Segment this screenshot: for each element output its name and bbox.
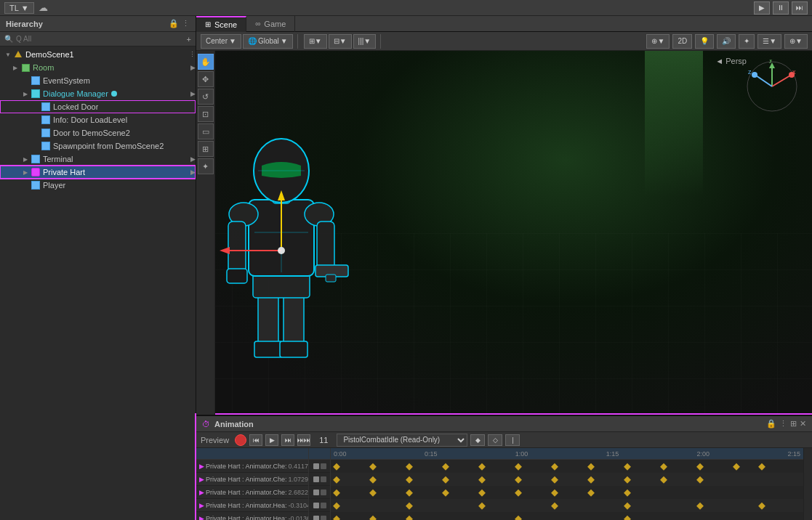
label-player: Player: [43, 181, 65, 190]
kf-dot-3b[interactable]: [321, 503, 326, 508]
hierarchy-item-player[interactable]: Player: [0, 179, 196, 192]
transform-tool[interactable]: ⊞: [198, 141, 214, 157]
add-keyframe-button[interactable]: ◆: [470, 434, 485, 446]
play-anim-button[interactable]: ▶: [265, 434, 278, 446]
tab-game[interactable]: ∞ Game: [246, 16, 295, 32]
tab-bar: ⊞ Scene ∞ Game: [196, 16, 812, 32]
hierarchy-content: ▼ DemoScene1 ⋮ ▶ Room ▶: [0, 46, 196, 520]
cloud-icon: ☁: [39, 2, 48, 13]
demoscene1-menu[interactable]: ⋮: [189, 51, 196, 58]
animation-panel: ⏱ Animation 🔒 ⋮ ⊞ ✕ Preview ⏮ ▶ ⏭ ⏭⏭ 11: [196, 415, 812, 520]
tab-scene[interactable]: ⊞ Scene: [196, 16, 246, 32]
icon-demoscene1: [13, 49, 23, 60]
center-button[interactable]: Center ▼: [201, 34, 241, 49]
rect-tool[interactable]: ▭: [198, 123, 214, 139]
marker-5: 2:15: [787, 450, 800, 458]
add-icon[interactable]: +: [187, 35, 191, 44]
track-label-2: ▶: [199, 489, 204, 496]
scene-tab-icon: ⊞: [205, 20, 211, 28]
anim-lock-icon[interactable]: 🔒: [766, 419, 776, 428]
tl-dropdown[interactable]: TL ▼: [4, 2, 34, 14]
playback-controls: ▶ ⏸ ⏭: [754, 1, 808, 15]
track-row-0: ▶ Private Hart : Animator.Che: 0.41172: [196, 460, 308, 473]
dialogue-expand[interactable]: ▶: [190, 90, 196, 97]
move-tool[interactable]: ✥: [198, 71, 214, 87]
grid-settings-button[interactable]: ⊟▼: [329, 34, 352, 49]
global-button[interactable]: 🌐 Global ▼: [243, 34, 293, 49]
icon-spawnpoint: [41, 141, 51, 151]
add-event-button[interactable]: ◇: [488, 434, 502, 446]
gizmos-button[interactable]: ⊕▼: [646, 34, 670, 49]
2d-button[interactable]: 2D: [672, 34, 692, 49]
kf-row-3: [309, 499, 330, 512]
marker-1: 0:15: [425, 450, 438, 458]
hierarchy-item-spawnpoint[interactable]: Spawnpoint from DemoScene2: [0, 139, 196, 153]
grid-toggle-button[interactable]: |||▼: [353, 34, 377, 49]
track-row-4: ▶ Private Hart : Animator.Hea: -0.0136: [196, 512, 308, 520]
marker-3: 1:15: [606, 450, 619, 458]
rotate-tool[interactable]: ↺: [198, 89, 214, 105]
icon-info-door: [41, 115, 51, 125]
terminal-expand[interactable]: ▶: [190, 155, 196, 163]
anim-more-icon[interactable]: ⋮: [779, 419, 787, 428]
center-label: Center: [206, 37, 228, 45]
icon-room: [20, 62, 31, 73]
kf-dot-4[interactable]: [313, 516, 319, 521]
kf-dot-1b[interactable]: [321, 476, 326, 482]
anim-close-icon[interactable]: ✕: [800, 419, 806, 428]
kf-dot-3[interactable]: [313, 503, 319, 508]
scene-view-button[interactable]: ☰▼: [757, 34, 781, 49]
hierarchy-item-door-demoscene2[interactable]: Door to DemoScene2: [0, 126, 196, 139]
svg-rect-3: [254, 341, 282, 357]
room-expand[interactable]: ▶: [190, 64, 196, 71]
kf-dot-2[interactable]: [313, 489, 319, 495]
hierarchy-item-private-hart[interactable]: ▶ Private Hart ▶: [0, 166, 196, 179]
audio-button[interactable]: 🔊: [717, 34, 736, 49]
hierarchy-item-eventsystem[interactable]: EventSystem: [0, 74, 196, 87]
animation-clip-select[interactable]: PistolCombatIdle (Read-Only): [337, 434, 467, 447]
record-button[interactable]: [235, 434, 246, 446]
fx-button[interactable]: ✦: [739, 34, 755, 49]
scale-tool[interactable]: ⊡: [198, 106, 214, 122]
kf-dot-0[interactable]: [313, 463, 319, 469]
lighting-button[interactable]: 💡: [695, 34, 714, 49]
kf-dot-4b[interactable]: [321, 516, 326, 521]
anim-expand-icon[interactable]: ⊞: [790, 419, 797, 428]
hierarchy-item-room[interactable]: ▶ Room ▶: [0, 61, 196, 74]
hierarchy-item-demoscene1[interactable]: ▼ DemoScene1 ⋮: [0, 48, 196, 61]
aspect-button[interactable]: ⊕▼: [784, 34, 808, 49]
green-light-effect: [645, 51, 703, 196]
marker-0: 0:00: [334, 450, 347, 458]
custom-tool[interactable]: ✦: [198, 158, 214, 174]
kf-dot-0b[interactable]: [321, 463, 326, 469]
grid-snap-button[interactable]: ⊞▼: [304, 34, 327, 49]
next-keyframe-button[interactable]: ⏭: [281, 434, 294, 446]
hierarchy-item-terminal[interactable]: ▶ Terminal ▶: [0, 153, 196, 166]
kf-row-2: [309, 486, 330, 499]
global-label: Global: [258, 37, 279, 45]
pause-button[interactable]: ⏸: [773, 1, 789, 15]
hand-tool[interactable]: ✋: [198, 54, 214, 70]
private-hart-expand[interactable]: ▶: [190, 168, 196, 176]
hierarchy-lock-icon[interactable]: 🔒: [169, 19, 179, 28]
kf-dot-2b[interactable]: [321, 489, 326, 495]
viewport-area: ⊞ Scene ∞ Game Center ▼ 🌐 Global ▼: [196, 16, 812, 520]
last-frame-button[interactable]: ⏭⏭: [297, 434, 310, 446]
svg-rect-35: [331, 473, 803, 486]
hierarchy-item-locked-door[interactable]: Locked Door: [0, 100, 196, 113]
prev-keyframe-button[interactable]: ⏮: [249, 434, 262, 446]
play-button[interactable]: ▶: [754, 1, 770, 15]
track-row-header: [196, 448, 308, 460]
hierarchy-item-dialogue-manager[interactable]: ▶ Dialogue Manager ▶: [0, 87, 196, 100]
search-input[interactable]: [16, 35, 184, 43]
game-tab-icon: ∞: [255, 20, 260, 28]
anim-settings-button[interactable]: |: [505, 434, 520, 446]
timeline-scroll[interactable]: [803, 448, 812, 520]
hierarchy-menu-icon[interactable]: ⋮: [182, 19, 190, 28]
animation-timeline[interactable]: 0:00 0:15 1:00 1:15 2:00 2:15: [331, 448, 803, 520]
kf-dot-1[interactable]: [313, 476, 319, 482]
animation-controls-bar: Preview ⏮ ▶ ⏭ ⏭⏭ 11 PistolCombatIdle (Re…: [196, 432, 812, 448]
viewport-3d[interactable]: ✋ ✥ ↺ ⊡ ▭ ⊞ ✦: [196, 51, 812, 415]
hierarchy-item-info-door[interactable]: Info: Door LoadLevel: [0, 113, 196, 126]
step-button[interactable]: ⏭: [792, 1, 808, 15]
